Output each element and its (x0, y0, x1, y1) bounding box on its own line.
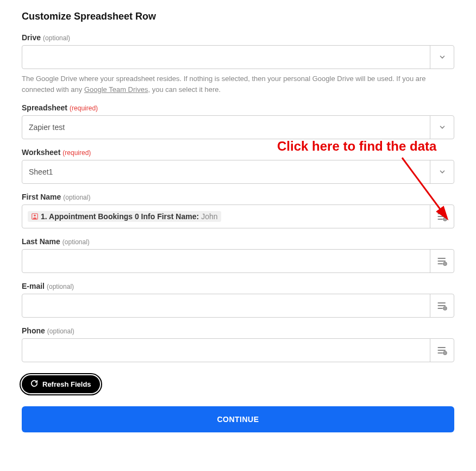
refresh-label: Refresh Fields (42, 380, 91, 388)
spreadsheet-value: Zapier test (22, 116, 430, 139)
last-name-label: Last Name (optional) (22, 237, 454, 246)
token-value: John (201, 212, 217, 221)
spreadsheet-select[interactable]: Zapier test (22, 115, 454, 139)
mapped-token[interactable]: 1. Appointment Bookings 0 Info First Nam… (28, 211, 221, 222)
field-spreadsheet: Spreadsheet (required) Zapier test (22, 103, 454, 139)
first-name-hint: (optional) (63, 194, 90, 201)
field-last-name: Last Name (optional) (22, 237, 454, 273)
chevron-down-icon[interactable] (430, 116, 454, 139)
phone-hint: (optional) (47, 327, 74, 335)
drive-label: Drive (optional) (22, 33, 454, 42)
last-name-input[interactable] (22, 249, 454, 273)
drive-value (22, 46, 430, 69)
page-title: Customize Spreadsheet Row (22, 11, 454, 22)
refresh-icon (30, 380, 38, 389)
chevron-down-icon[interactable] (430, 160, 454, 183)
phone-value (22, 339, 430, 362)
last-name-label-text: Last Name (22, 237, 60, 246)
drive-hint: (optional) (43, 34, 70, 42)
worksheet-label-text: Worksheet (22, 148, 60, 157)
google-team-drives-link[interactable]: Google Team Drives (84, 85, 148, 94)
insert-data-icon[interactable] (430, 250, 454, 272)
drive-help-post: , you can select it here. (148, 85, 221, 94)
phone-input[interactable] (22, 338, 454, 362)
last-name-value (22, 250, 430, 272)
worksheet-select[interactable]: Sheet1 (22, 160, 454, 184)
field-worksheet: Worksheet (required) Sheet1 (22, 148, 454, 184)
svg-point-1 (34, 215, 36, 217)
email-label: E-mail (optional) (22, 282, 454, 290)
phone-label-text: Phone (22, 326, 45, 335)
field-drive: Drive (optional) The Google Drive where … (22, 33, 454, 95)
drive-help: The Google Drive where your spreadsheet … (22, 73, 454, 95)
source-app-icon (31, 213, 39, 220)
insert-data-icon[interactable] (430, 205, 454, 228)
continue-button[interactable]: CONTINUE (22, 406, 454, 432)
first-name-input[interactable]: 1. Appointment Bookings 0 Info First Nam… (22, 204, 454, 228)
field-first-name: First Name (optional) 1. Appointment Boo… (22, 193, 454, 228)
worksheet-value: Sheet1 (22, 160, 430, 183)
email-value (22, 294, 430, 317)
drive-help-pre: The Google Drive where your spreadsheet … (22, 75, 426, 94)
first-name-label-text: First Name (22, 193, 61, 201)
worksheet-hint: (required) (62, 149, 91, 157)
email-hint: (optional) (47, 283, 74, 290)
insert-data-icon[interactable] (430, 339, 454, 362)
email-input[interactable] (22, 294, 454, 318)
field-phone: Phone (optional) (22, 326, 454, 362)
token-label: 1. Appointment Bookings 0 Info First Nam… (41, 212, 199, 221)
worksheet-label: Worksheet (required) (22, 148, 454, 157)
insert-data-icon[interactable] (430, 294, 454, 317)
chevron-down-icon[interactable] (430, 46, 454, 69)
drive-select[interactable] (22, 45, 454, 69)
field-email: E-mail (optional) (22, 282, 454, 318)
last-name-hint: (optional) (62, 238, 90, 246)
email-label-text: E-mail (22, 282, 45, 290)
drive-label-text: Drive (22, 33, 41, 42)
phone-label: Phone (optional) (22, 326, 454, 335)
spreadsheet-hint: (required) (70, 104, 98, 112)
refresh-fields-button[interactable]: Refresh Fields (22, 375, 100, 393)
spreadsheet-label: Spreadsheet (required) (22, 103, 454, 112)
first-name-label: First Name (optional) (22, 193, 454, 201)
spreadsheet-label-text: Spreadsheet (22, 103, 67, 112)
first-name-value: 1. Appointment Bookings 0 Info First Nam… (22, 205, 430, 228)
